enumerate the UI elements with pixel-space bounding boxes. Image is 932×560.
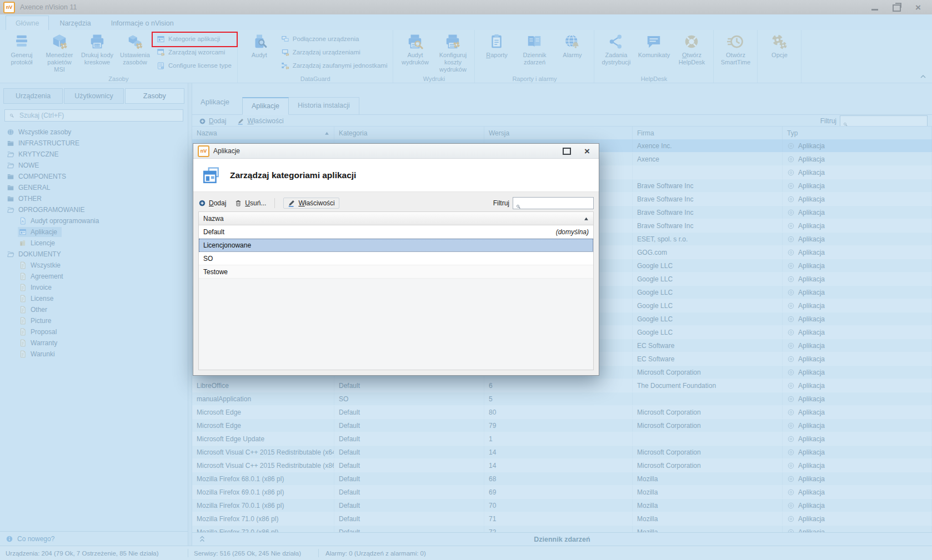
type-label: Aplikacja (798, 195, 825, 203)
cell-typ: Aplikacja (783, 446, 932, 458)
category-column-header[interactable]: Nazwa (203, 215, 224, 223)
dialog-properties-button[interactable]: Właściwości (283, 198, 339, 209)
ribbon-button-ustawienia-zasobow[interactable]: Ustawienia zasobów (116, 32, 154, 66)
sidebar-item-invoice[interactable]: Invoice (0, 282, 188, 293)
properties-button[interactable]: Właściwości (237, 117, 283, 125)
sidebar-item-picture[interactable]: Picture (0, 315, 188, 326)
close-icon[interactable]: × (915, 3, 921, 12)
dialog-filter-input[interactable] (513, 197, 594, 209)
sidebar-item-dokumenty[interactable]: DOKUMENTY (0, 249, 188, 260)
table-row[interactable]: LibreOfficeDefault6The Document Foundati… (192, 379, 932, 392)
ribbon-small-button-zarzadzaj-zaufanymi-jednostkami[interactable]: Zarządzaj zaufanymi jednostkami (278, 59, 390, 72)
table-row[interactable]: Mozilla Firefox 68.0.1 (x86 pl)Default68… (192, 472, 932, 486)
type-label: Aplikacja (798, 182, 825, 190)
ribbon-button-drukuj-kody-kreskowe[interactable]: Drukuj kody kreskowe (78, 32, 116, 66)
ribbon-button-menedzer-pakietow-msi[interactable]: Menedżer pakietów MSI (41, 32, 78, 73)
ribbon-button-opcje[interactable]: Opcje (760, 32, 798, 59)
tab-historia-instalacji[interactable]: Historia instalacji (289, 97, 359, 115)
ribbon-button-raporty[interactable]: Raporty (478, 32, 515, 59)
sidebar-item-aplikacje[interactable]: Aplikacje (0, 226, 188, 238)
sidebar-item-other[interactable]: OTHER (0, 193, 188, 204)
ribbon-tab-informacje-o-nvision[interactable]: Informacje o nVision (102, 16, 183, 30)
sort-ascending-icon (584, 215, 589, 223)
sidebar-item-agreement[interactable]: Agreement (0, 271, 188, 282)
column-header-kategoria[interactable]: Kategoria (334, 127, 484, 140)
cell-firma: Mozilla (633, 486, 783, 498)
ribbon-tab-glowne[interactable]: Główne (6, 16, 49, 30)
event-log-panel-header[interactable]: Dziennik zdarzeń (192, 532, 932, 546)
sidebar-item-audyt-oprogramowania[interactable]: AAudyt oprogramowania (0, 215, 188, 226)
ribbon-small-button-zarzadzaj-urzadzeniami[interactable]: Zarządzaj urządzeniami (278, 46, 390, 58)
sidebar-item-other[interactable]: Other (0, 304, 188, 315)
ribbon-tab-narzedzia[interactable]: Narzędzia (50, 16, 100, 30)
column-header-nazwa[interactable]: Nazwa (192, 127, 334, 140)
sidebar-tab-zasoby[interactable]: Zasoby (125, 88, 184, 104)
ribbon-button-generuj-protokol[interactable]: Generuj protokół (3, 32, 41, 66)
dialog-add-button[interactable]: Dodaj (198, 199, 226, 207)
dialog-remove-button[interactable]: Usuń... (234, 199, 266, 207)
ribbon-button-dziennik-zdarzen[interactable]: Dziennik zdarzeń (515, 32, 553, 66)
table-row[interactable]: Microsoft EdgeDefault79Microsoft Corpora… (192, 419, 932, 432)
minimize-icon[interactable] (871, 9, 878, 11)
ribbon-button-zadania-dystrybucji[interactable]: Zadania dystrybucji (597, 32, 635, 66)
ribbon-small-button-podlaczone-urzadzenia[interactable]: Podłączone urządzenia (278, 33, 390, 45)
sidebar-item-warunki[interactable]: Warunki (0, 349, 188, 360)
category-row-so[interactable]: SO (199, 252, 593, 265)
tab-aplikacje[interactable]: Aplikacje (242, 97, 289, 115)
dialog-title-bar[interactable]: nV Aplikacje × (193, 144, 599, 159)
category-row-testowe[interactable]: Testowe (199, 265, 593, 279)
sidebar-item-components[interactable]: COMPONENTS (0, 171, 188, 182)
table-row[interactable]: Microsoft Visual C++ 2015 Redistributabl… (192, 459, 932, 472)
sidebar-item-proposal[interactable]: Proposal (0, 326, 188, 337)
filter-input[interactable] (840, 115, 928, 127)
sidebar-item-warranty[interactable]: Warranty (0, 337, 188, 349)
tree-item-content: Wszystkie zasoby (6, 127, 76, 137)
close-icon[interactable]: × (584, 147, 590, 156)
maximize-icon[interactable] (563, 148, 571, 155)
sidebar-item-nowe[interactable]: NOWE (0, 160, 188, 171)
sidebar-item-krytyczne[interactable]: KRYTYCZNE (0, 149, 188, 160)
add-button[interactable]: Dodaj (199, 117, 226, 125)
sidebar-item-license[interactable]: License (0, 293, 188, 304)
ribbon-small-button-kategorie-aplikacji[interactable]: Kategorie aplikacji (154, 33, 234, 45)
table-row[interactable]: Microsoft Edge UpdateDefault1Aplikacja (192, 432, 932, 446)
sidebar-item-wszystkie-zasoby[interactable]: Wszystkie zasoby (0, 127, 188, 138)
ribbon-button-konfiguruj-koszty-wydrukow[interactable]: Konfiguruj koszty wydruków (434, 32, 472, 73)
category-row-default[interactable]: Default(domyślna) (199, 225, 593, 239)
table-row[interactable]: Microsoft Visual C++ 2015 Redistributabl… (192, 446, 932, 459)
category-row-licencjonowane[interactable]: Licencjonowane (199, 239, 593, 252)
ribbon-small-button-configure-license-type[interactable]: Configure license type (154, 59, 234, 72)
ribbon-button-alarmy[interactable]: Alarmy (553, 32, 591, 59)
ribbon-button-komunikaty[interactable]: Komunikaty (635, 32, 673, 59)
sidebar-item-general[interactable]: GENERAL (0, 182, 188, 193)
sidebar-item-oprogramowanie[interactable]: OPROGRAMOWANIE (0, 204, 188, 215)
whats-new-bar[interactable]: Co nowego? (0, 531, 188, 546)
sidebar-item-infrastructure[interactable]: INFRASTRUCTURE (0, 138, 188, 149)
table-row[interactable]: Mozilla Firefox 71.0 (x86 pl)Default71Mo… (192, 512, 932, 526)
ribbon-button-audyt-wydrukow[interactable]: Audyt wydruków (396, 32, 434, 66)
type-label: Aplikacja (798, 275, 825, 283)
column-header-firma[interactable]: Firma (633, 127, 783, 140)
ribbon-button-otworz-helpdesk[interactable]: Otwórz HelpDesk (673, 32, 710, 66)
whats-new-link[interactable]: Co nowego? (17, 535, 54, 543)
category-list-header[interactable]: Nazwa (199, 212, 593, 225)
ribbon-small-button-zarzadzaj-wzorcami[interactable]: Zarządzaj wzorcami (154, 46, 234, 58)
table-row[interactable]: Mozilla Firefox 70.0.1 (x86 pl)Default70… (192, 499, 932, 512)
sidebar-tab-urzadzenia[interactable]: Urządzenia (3, 88, 63, 104)
sidebar-tab-uzytkownicy[interactable]: Użytkownicy (64, 88, 123, 104)
manage-devices-icon (281, 48, 289, 57)
cell-kategoria: Default (334, 459, 484, 472)
table-row[interactable]: Mozilla Firefox 69.0.1 (x86 pl)Default69… (192, 486, 932, 499)
column-header-wersja[interactable]: Wersja (484, 127, 633, 140)
restore-icon[interactable] (893, 4, 901, 12)
ribbon-button-audyt[interactable]: Audyt (240, 32, 278, 59)
sidebar-item-licencje[interactable]: Licencje (0, 238, 188, 249)
sidebar-item-wszystkie[interactable]: Wszystkie (0, 260, 188, 271)
search-input[interactable] (18, 111, 179, 120)
table-row[interactable]: Microsoft EdgeDefault80Microsoft Corpora… (192, 406, 932, 419)
disc-icon (787, 142, 795, 150)
column-header-typ[interactable]: Typ (783, 127, 932, 140)
ribbon-button-otworz-smarttime[interactable]: Otwórz SmartTime (716, 32, 754, 66)
table-row[interactable]: manualApplicationSO5Aplikacja (192, 392, 932, 406)
ribbon-collapse-chevron-icon[interactable] (920, 73, 926, 80)
